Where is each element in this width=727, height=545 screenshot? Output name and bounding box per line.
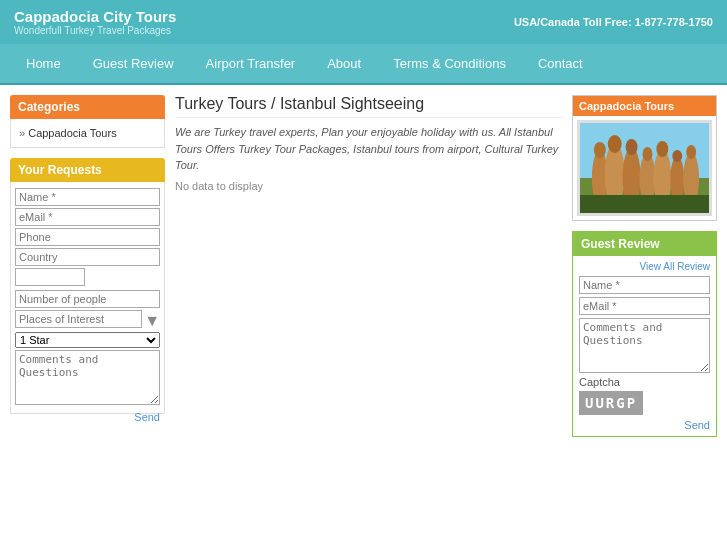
guest-review-box: Guest Review View All Review Captcha UUR…: [572, 231, 717, 437]
header-left: Cappadocia City Tours Wonderfull Turkey …: [14, 8, 176, 36]
nav-guest-review[interactable]: Guest Review: [77, 44, 190, 83]
form-email-input[interactable]: [15, 208, 160, 226]
main-description: We are Turkey travel experts, Plan your …: [175, 124, 562, 174]
categories-content: Cappadocia Tours: [10, 119, 165, 148]
cappadocia-image: [580, 123, 709, 213]
review-email-input[interactable]: [579, 297, 710, 315]
review-name-input[interactable]: [579, 276, 710, 294]
page-title: Turkey Tours / Istanbul Sightseeing: [175, 95, 562, 118]
categories-title: Categories: [10, 95, 165, 119]
site-title: Cappadocia City Tours: [14, 8, 176, 25]
nav-airport-transfer[interactable]: Airport Transfer: [190, 44, 312, 83]
captcha-label: Captcha: [579, 376, 710, 388]
site-subtitle: Wonderfull Turkey Travel Packages: [14, 25, 176, 36]
places-arrow-icon[interactable]: ▼: [144, 312, 160, 330]
main-content: Turkey Tours / Istanbul Sightseeing We a…: [175, 95, 562, 437]
form-comments-textarea[interactable]: [15, 350, 160, 405]
nav-contact[interactable]: Contact: [522, 44, 599, 83]
view-all-reviews-link[interactable]: View All Review: [579, 261, 710, 272]
cappadocia-box-title: Cappadocia Tours: [573, 96, 716, 116]
your-requests-title: Your Requests: [10, 158, 165, 182]
svg-rect-16: [580, 195, 709, 213]
form-name-input[interactable]: [15, 188, 160, 206]
captcha-display: UURGP: [579, 391, 643, 415]
arrival-date-row: [15, 268, 160, 288]
cappadocia-svg: [580, 123, 709, 213]
review-send-link[interactable]: Send: [579, 419, 710, 431]
review-comments-textarea[interactable]: [579, 318, 710, 373]
form-country-input[interactable]: [15, 248, 160, 266]
svg-point-13: [672, 150, 682, 162]
guest-review-title: Guest Review: [573, 232, 716, 256]
right-sidebar: Cappadocia Tours: [572, 95, 717, 437]
form-places-input[interactable]: [15, 310, 142, 328]
svg-point-15: [686, 145, 696, 159]
main-nav: Home Guest Review Airport Transfer About…: [0, 44, 727, 85]
categories-box: Categories Cappadocia Tours: [10, 95, 165, 148]
svg-point-9: [643, 147, 653, 161]
your-requests-box: Your Requests ▼ 1 Star2 Stars3 Stars4 St…: [10, 158, 165, 414]
svg-point-3: [594, 142, 606, 158]
nav-about[interactable]: About: [311, 44, 377, 83]
no-data-message: No data to display: [175, 180, 562, 192]
nav-terms[interactable]: Terms & Conditions: [377, 44, 522, 83]
svg-point-5: [608, 135, 622, 153]
form-people-input[interactable]: [15, 290, 160, 308]
form-arrival-input[interactable]: [15, 268, 85, 286]
form-star-select[interactable]: 1 Star2 Stars3 Stars4 Stars5 Stars: [15, 332, 160, 348]
left-sidebar: Categories Cappadocia Tours Your Request…: [10, 95, 165, 437]
form-send-link[interactable]: Send: [134, 411, 160, 423]
nav-home[interactable]: Home: [10, 44, 77, 83]
form-phone-input[interactable]: [15, 228, 160, 246]
svg-point-11: [656, 141, 668, 157]
cappadocia-tours-box: Cappadocia Tours: [572, 95, 717, 221]
toll-free-number: USA/Canada Toll Free: 1-877-778-1750: [514, 16, 713, 28]
guest-review-form: View All Review Captcha UURGP Send: [573, 256, 716, 436]
your-requests-form: ▼ 1 Star2 Stars3 Stars4 Stars5 Stars Sen…: [10, 182, 165, 414]
places-row: ▼: [15, 310, 160, 330]
page-layout: Categories Cappadocia Tours Your Request…: [0, 85, 727, 447]
sidebar-cappadocia-link[interactable]: Cappadocia Tours: [19, 125, 156, 141]
cappadocia-image-container: [577, 120, 712, 216]
site-header: Cappadocia City Tours Wonderfull Turkey …: [0, 0, 727, 44]
svg-point-7: [626, 139, 638, 155]
